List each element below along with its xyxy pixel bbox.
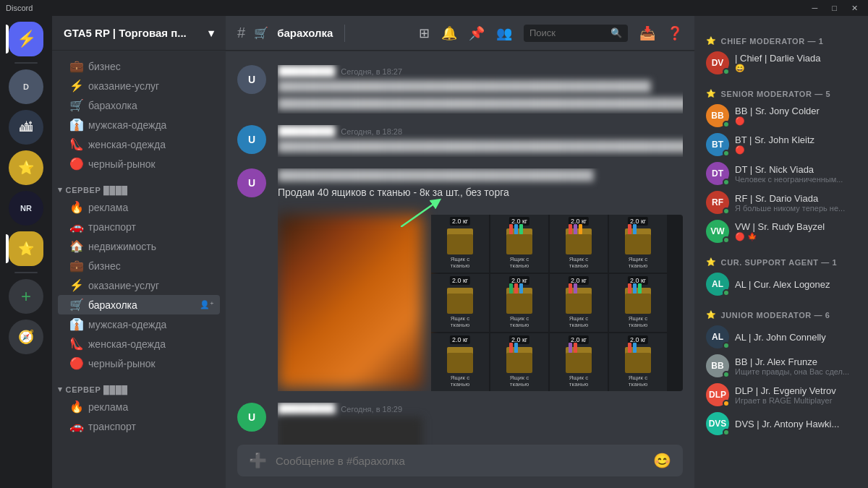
close-button[interactable]: ✕ <box>847 4 862 13</box>
channel-icon: ⚡ <box>69 278 84 292</box>
sale-text: Продам 40 ящиков с тканью - 8к за шт., б… <box>278 187 683 198</box>
member-item-alex-frunze[interactable]: BB BB | Jr. Alex Frunze Ищите правды, он… <box>700 351 862 380</box>
member-name-rf: RF | Sr. Dario Viada <box>735 193 856 204</box>
mute-icon[interactable]: 🔔 <box>441 25 457 41</box>
server-list: ⚡ D 🏙 ⭐ NR ⭐ + 🧭 <box>0 16 52 488</box>
member-item-john-connelly[interactable]: AL AL | Jr. John Connelly <box>700 322 862 351</box>
channel-item-flea-top[interactable]: 🛒 барахолка <box>58 95 220 115</box>
message-input[interactable] <box>276 455 644 467</box>
member-item-dt[interactable]: DT DT | Sr. Nick Viada Человек с неогран… <box>700 159 862 188</box>
item-name: Ящик стканью <box>569 374 589 388</box>
emoji-icon[interactable]: 😊 <box>653 452 671 469</box>
explore-servers-button[interactable]: 🧭 <box>9 320 43 354</box>
status-evgeniy <box>723 400 730 407</box>
server-icon-1[interactable]: D <box>9 69 43 104</box>
channel-item-blackmarket-top[interactable]: 🔴 черный-рынок <box>58 154 220 174</box>
item-box <box>624 285 652 314</box>
inbox-icon[interactable]: 📥 <box>639 25 655 41</box>
channel-item-services1[interactable]: ⚡ оказание-услуг <box>58 275 220 295</box>
member-subtitle-darlie: 😄 <box>735 64 856 73</box>
help-icon[interactable]: ❓ <box>667 25 683 41</box>
message-timestamp-2: Сегодня, в 18:28 <box>341 127 402 136</box>
category-server1[interactable]: ▾ СЕРВЕР ████ <box>52 174 226 197</box>
member-info-darlie: | Chief | Darlie Viada 😄 <box>735 53 856 73</box>
pin-icon[interactable]: 📌 <box>469 25 485 41</box>
svg-line-0 <box>401 202 437 227</box>
server-icon-2[interactable]: 🏙 <box>9 110 43 145</box>
item-name: Ящик стканью <box>510 256 529 269</box>
item-box <box>505 344 534 373</box>
add-server-button[interactable]: + <box>9 279 43 314</box>
member-item-antony[interactable]: DVS DVS | Jr. Antony Hawki... <box>700 409 862 438</box>
member-subtitle-dt: Человек с неограниченным... <box>735 175 856 184</box>
channel-icon: 🏠 <box>69 239 84 253</box>
status-darlie <box>723 68 730 75</box>
message-timestamp-4: Сегодня, в 18:29 <box>341 405 402 414</box>
header-divider <box>344 25 345 42</box>
item-box <box>446 285 475 314</box>
member-info-vw: VW | Sr. Rudy Bayzel 🔴 🍁 <box>735 221 856 241</box>
channel-item-realestate1[interactable]: 🏠 недвижимость <box>58 236 220 256</box>
item-box <box>446 344 475 373</box>
channel-name: бизнес <box>88 260 214 272</box>
channel-name: черный-рынок <box>88 158 214 170</box>
message-timestamp-1: Сегодня, в 18:27 <box>341 67 402 76</box>
channel-item-flea1[interactable]: 🛒 барахолка 👤⁺ <box>58 295 220 314</box>
member-item-darlie[interactable]: DV | Chief | Darlie Viada 😄 <box>700 48 862 77</box>
channel-name: мужская-одежда <box>88 119 214 131</box>
channel-item-womensclothing-top[interactable]: 👠 женская-одежда <box>58 134 220 154</box>
server-icon-gta[interactable]: ⭐ <box>9 150 43 185</box>
grid-cell-2: 2.0 кг <box>490 215 548 273</box>
search-bar[interactable]: 🔍 <box>524 25 628 42</box>
channel-item-transport1[interactable]: 🚗 транспорт <box>58 217 220 236</box>
server-icon-discord[interactable]: ⚡ <box>9 22 43 56</box>
grid-cell-7: 2.0 кг Ящик ст <box>550 274 608 332</box>
member-item-bb[interactable]: BB BB | Sr. Jony Colder 🔴 <box>700 101 862 130</box>
server-icon-nr[interactable]: NR <box>9 191 43 226</box>
member-item-bt[interactable]: BT BT | Sr. John Kleitz 🔴 <box>700 130 862 159</box>
members-icon[interactable]: 👥 <box>496 25 512 41</box>
member-item-vw[interactable]: VW VW | Sr. Rudy Bayzel 🔴 🍁 <box>700 217 862 246</box>
status-john-connelly <box>723 342 730 349</box>
minimize-button[interactable]: ─ <box>808 4 822 13</box>
search-icon: 🔍 <box>610 27 622 38</box>
item-name: Ящик стканью <box>451 256 470 269</box>
channel-item-ads2[interactable]: 🔥 реклама <box>58 397 220 416</box>
message-text-3: ████████████████████████████████████████… <box>278 168 683 183</box>
avatar-antony: DVS <box>706 412 729 435</box>
avatar-alex-frunze: BB <box>706 354 729 377</box>
channel-item-transport2[interactable]: 🚗 транспорт <box>58 416 220 436</box>
channel-item-services-top[interactable]: ⚡ оказание-услуг <box>58 76 220 95</box>
item-name: Ящик стканью <box>629 256 648 269</box>
member-info-rf: RF | Sr. Dario Viada Я больше никому теп… <box>735 193 856 213</box>
channel-item-biznes-top[interactable]: 💼 бизнес <box>58 56 220 76</box>
channel-icon: 🛒 <box>69 298 84 312</box>
member-name-alex-frunze: BB | Jr. Alex Frunze <box>735 356 856 367</box>
channel-item-mensclothing-top[interactable]: 👔 мужская-одежда <box>58 115 220 134</box>
search-input[interactable] <box>529 27 606 38</box>
channel-item-womensclothing1[interactable]: 👠 женская-одежда <box>58 334 220 354</box>
item-name: Ящик стканью <box>510 315 529 328</box>
member-item-alex-log[interactable]: AL AL | Cur. Alex Logonez <box>700 270 862 299</box>
channel-icon: 👠 <box>69 137 84 151</box>
member-item-evgeniy[interactable]: DLP DLP | Jr. Evgeniy Vetrov Играет в RA… <box>700 380 862 409</box>
member-name-dt: DT | Sr. Nick Viada <box>735 164 856 175</box>
category-server2[interactable]: ▾ СЕРВЕР ████ <box>52 373 226 397</box>
channel-item-biz1[interactable]: 💼 бизнес <box>58 256 220 275</box>
maximize-button[interactable]: □ <box>827 4 841 13</box>
channel-item-ads1[interactable]: 🔥 реклама <box>58 197 220 217</box>
grid-cell-10: 2.0 кг Ящик ст <box>490 333 548 391</box>
avatar-bt: BT <box>706 133 729 156</box>
notification-icon: 👤⁺ <box>200 300 214 309</box>
channel-item-blackmarket1[interactable]: 🔴 черный-рынок <box>58 354 220 373</box>
hashtag-icon[interactable]: ⊞ <box>419 25 430 41</box>
member-subtitle-bb: 🔴 <box>735 116 856 126</box>
item-name: Ящик стканью <box>629 315 648 328</box>
channel-name: реклама <box>88 202 214 213</box>
member-item-rf[interactable]: RF RF | Sr. Dario Viada Я больше никому … <box>700 188 862 217</box>
avatar-2: U <box>237 125 266 154</box>
channel-item-mensclothing1[interactable]: 👔 мужская-одежда <box>58 314 220 334</box>
server-icon-gta2[interactable]: ⭐ <box>9 231 43 266</box>
attachment-icon[interactable]: ➕ <box>249 452 267 469</box>
server-header[interactable]: GTA5 RP | Торговая п... ▾ <box>52 16 226 51</box>
